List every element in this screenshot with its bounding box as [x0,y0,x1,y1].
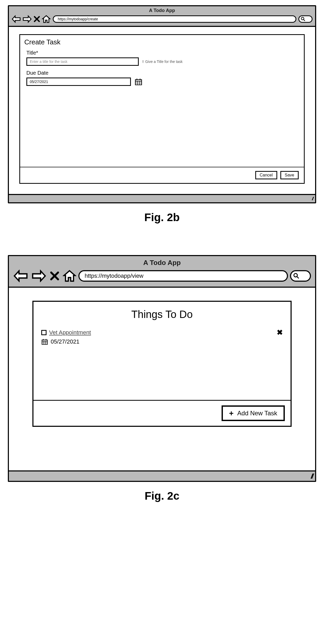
calendar-icon[interactable] [135,78,142,86]
browser-chrome: A Todo App [9,6,315,27]
svg-point-9 [294,274,297,277]
figure-caption-2c: Fig. 2c [8,490,316,502]
search-pill[interactable] [298,15,313,23]
url-input[interactable] [57,17,292,21]
back-arrow-icon[interactable] [13,270,28,282]
save-button[interactable]: Save [280,171,299,179]
forward-arrow-icon[interactable] [31,270,47,282]
due-date-field-group: Due Date [20,68,304,88]
search-icon [293,273,299,279]
forward-arrow-icon[interactable] [22,15,32,23]
status-bar: // [9,194,315,202]
browser-toolbar [13,269,311,282]
browser-chrome: A Todo App [9,256,315,288]
browser-window-create: A Todo App [8,5,316,203]
back-arrow-icon[interactable] [11,15,21,23]
figure-caption-2b: Fig. 2b [8,211,316,224]
content-area: Things To Do Vet Appointment ✖ [9,288,315,470]
svg-rect-2 [135,80,142,85]
due-date-input[interactable] [26,78,131,86]
add-new-task-button[interactable]: + Add New Task [222,405,285,421]
create-task-panel: Create Task Title* ! Give a Title for th… [19,34,305,184]
resize-grip-icon[interactable]: // [312,196,313,202]
svg-line-10 [297,277,299,279]
task-due-date: 05/27/2021 [51,338,79,345]
warning-icon: ! [142,60,144,64]
window-title: A Todo App [11,8,313,13]
browser-window-view: A Todo App [8,255,316,482]
content-area: Create Task Title* ! Give a Title for th… [9,27,315,194]
url-bar[interactable] [78,270,288,282]
title-field-group: Title* ! Give a Title for the task [20,48,304,68]
title-hint: ! Give a Title for the task [142,60,183,64]
window-title: A Todo App [13,259,311,267]
search-icon [301,17,305,21]
status-bar: // [9,470,315,481]
cancel-button[interactable]: Cancel [255,171,277,179]
delete-task-icon[interactable]: ✖ [277,328,283,337]
title-input[interactable] [26,57,139,66]
panel-heading: Create Task [20,35,304,48]
panel-footer: + Add New Task [33,400,291,426]
stop-icon[interactable] [50,271,60,281]
title-hint-text: Give a Title for the task [145,60,183,64]
home-icon[interactable] [42,15,51,23]
task-item: Vet Appointment ✖ [33,326,291,353]
svg-line-1 [304,20,305,21]
home-icon[interactable] [63,269,76,282]
browser-toolbar [11,15,313,23]
search-pill[interactable] [290,270,311,282]
url-input[interactable] [84,272,282,280]
panel-footer: Cancel Save [20,167,304,183]
stop-icon[interactable] [33,16,40,22]
calendar-icon [41,338,48,345]
panel-heading: Things To Do [33,302,291,326]
add-button-label: Add New Task [237,410,277,417]
title-label: Title* [26,50,298,56]
svg-rect-11 [42,340,48,344]
task-checkbox[interactable] [41,330,47,335]
plus-icon: + [229,409,234,418]
panel-empty-space [20,88,304,167]
task-title-link[interactable]: Vet Appointment [49,329,91,336]
svg-point-0 [301,17,304,20]
todo-list-panel: Things To Do Vet Appointment ✖ [32,301,292,427]
panel-empty-space [33,353,291,400]
resize-grip-icon[interactable]: // [311,472,313,480]
url-bar[interactable] [53,15,296,23]
due-date-label: Due Date [26,70,298,76]
